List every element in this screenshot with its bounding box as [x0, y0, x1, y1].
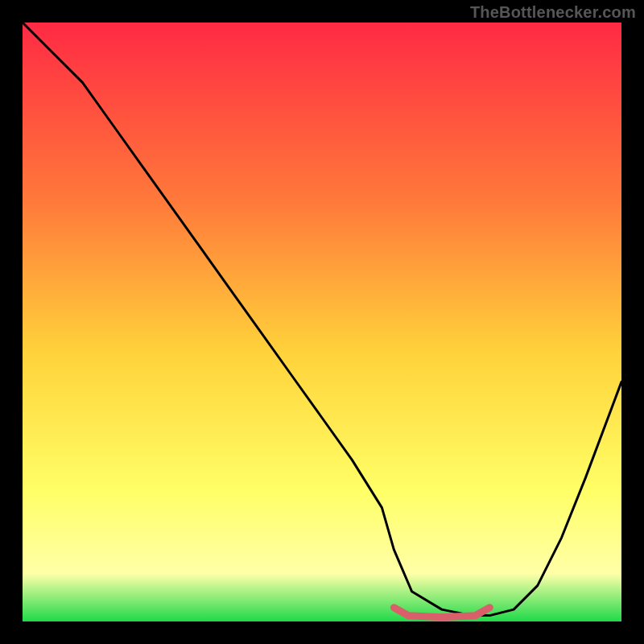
plot-area	[23, 23, 621, 621]
gradient-background	[23, 23, 621, 621]
chart-container: TheBottlenecker.com	[0, 0, 644, 644]
chart-svg	[23, 23, 621, 621]
watermark-text: TheBottlenecker.com	[470, 3, 636, 22]
